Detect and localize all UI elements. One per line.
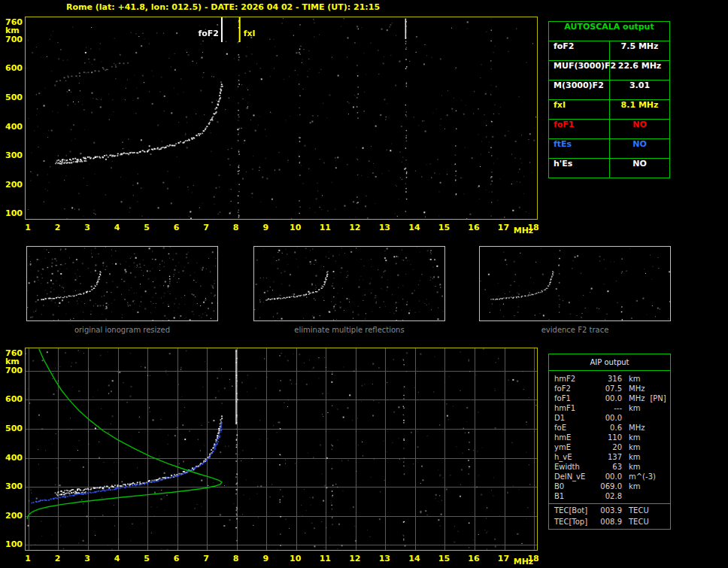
thumbnail-caption-original: original ionogram resized (26, 326, 218, 334)
aip-row-unit: MHz (622, 423, 645, 433)
autoscala-row-value: NO (610, 139, 669, 158)
autoscala-row-label: foF2 (549, 41, 610, 60)
thumbnail-evidence-canvas (480, 247, 670, 320)
y-tick-label: 400 (5, 453, 25, 463)
x-axis-unit-label: MHz (514, 226, 534, 235)
thumbnail-original-canvas (27, 247, 217, 320)
x-tick-label: 16 (468, 554, 479, 563)
autoscala-row-label: h'Es (549, 159, 610, 178)
autoscala-row-label: fxI (549, 100, 610, 119)
x-tick-label: 15 (438, 223, 450, 232)
aip-row-label: Ewidth (549, 462, 596, 472)
x-tick-label: 3 (84, 554, 90, 563)
aip-row-value: 069.0 (596, 481, 622, 491)
aip-row-unit (622, 413, 629, 423)
x-tick-label: 17 (498, 223, 509, 232)
aip-row-value: 02.8 (596, 491, 622, 501)
autoscala-row-value: NO (610, 159, 669, 178)
autoscala-output-screen: { "title": "Rome (lat: +41.8, lon: 012.5… (0, 0, 728, 568)
y-tick-label: 400 (5, 122, 25, 132)
aip-row-unit: TECU (622, 506, 649, 517)
top-ionogram-plot: foF2fxI (25, 17, 538, 220)
aip-row-value: 00.0 (596, 472, 622, 481)
x-tick-label: 8 (233, 223, 239, 232)
thumbnail-caption-eliminate: eliminate multiple reflections (253, 326, 445, 334)
aip-row-label: hmF2 (549, 374, 596, 384)
x-tick-label: 2 (55, 223, 61, 232)
aip-row-label: B1 (549, 491, 596, 501)
x-tick-label: 16 (468, 223, 479, 232)
thumbnail-original-ionogram (26, 246, 218, 321)
top-ionogram-canvas (26, 17, 537, 219)
autoscala-row: MUF(3000)F222.6 MHz (549, 61, 669, 80)
aip-row-value: 0.6 (596, 423, 622, 433)
annotation-foF2: foF2 (198, 29, 219, 38)
autoscala-table-rows: foF27.5 MHzMUF(3000)F222.6 MHzM(3000)F23… (549, 41, 669, 178)
aip-row-value: 110 (596, 433, 622, 442)
aip-row-unit: km (622, 403, 641, 413)
x-tick-label: 10 (290, 223, 301, 232)
autoscala-table-header: AUTOSCALA output (549, 22, 669, 41)
aip-row: ymE20km (549, 442, 670, 452)
x-axis-unit-label: MHz (514, 557, 534, 566)
y-tick-label: 500 (5, 93, 25, 102)
aip-row-value: 20 (596, 442, 622, 452)
y-tick-label: 200 (5, 511, 25, 521)
aip-table-rows: hmF2316kmfoF207.5MHzfoF100.0MHz[PN]hmF1-… (549, 371, 670, 529)
x-tick-label: 9 (262, 223, 268, 232)
aip-row-unit: km (622, 452, 641, 462)
x-tick-label: 3 (84, 223, 90, 232)
aip-row: foF100.0MHz[PN] (549, 393, 670, 403)
autoscala-row: fxI8.1 MHz (549, 100, 669, 120)
aip-row: foE0.6MHz (549, 423, 670, 433)
thumbnail-caption-evidence: evidence F2 trace (479, 326, 671, 334)
aip-row: D100.0 (549, 413, 670, 423)
x-tick-label: 13 (379, 554, 390, 563)
aip-row-unit (622, 491, 629, 501)
autoscala-row-label: M(3000)F2 (549, 80, 610, 99)
aip-row: TEC[Top]008.9TECU (549, 517, 670, 527)
aip-row: hmE110km (549, 433, 670, 442)
x-tick-label: 12 (349, 223, 360, 232)
aip-row-value: 07.5 (596, 384, 622, 393)
y-tick-label: 300 (5, 150, 25, 160)
aip-row: B102.8 (549, 491, 670, 501)
aip-row-label: hmF1 (549, 403, 596, 413)
aip-output-table: AIP output hmF2316kmfoF207.5MHzfoF100.0M… (548, 354, 671, 530)
aip-row: B0069.0km (549, 481, 670, 491)
x-tick-label: 12 (349, 554, 360, 563)
x-tick-label: 14 (408, 554, 420, 563)
bottom-ionogram-canvas (26, 348, 537, 550)
aip-row-unit: km (622, 433, 641, 442)
x-tick-label: 8 (233, 554, 239, 563)
x-tick-label: 5 (144, 223, 150, 232)
aip-row-value: 003.9 (596, 506, 622, 517)
x-tick-label: 6 (174, 223, 180, 232)
aip-row-unit: km (622, 462, 641, 472)
aip-row-label: ymE (549, 442, 596, 452)
aip-row-value: 63 (596, 462, 622, 472)
station-date-time-title: Rome (lat: +41.8, lon: 012.5) - DATE: 20… (66, 2, 380, 12)
autoscala-row-value: NO (610, 120, 669, 138)
aip-row: TEC[Bot]003.9TECU (549, 503, 670, 517)
autoscala-row: M(3000)F23.01 (549, 80, 669, 100)
thumbnail-eliminate-canvas (254, 247, 444, 320)
y-tick-label: 700 (5, 35, 25, 44)
autoscala-row-value: 7.5 MHz (610, 41, 669, 60)
x-tick-label: 6 (174, 554, 180, 563)
y-tick-label: 200 (5, 180, 25, 190)
aip-row-label: h_vE (549, 452, 596, 462)
aip-row-value: 316 (596, 374, 622, 384)
aip-row-label: hmE (549, 433, 596, 442)
x-tick-label: 11 (320, 223, 331, 232)
x-tick-label: 17 (498, 554, 509, 563)
y-axis-unit-label: km (5, 357, 25, 366)
aip-row-value: 00.0 (596, 393, 622, 403)
y-axis-unit-label: km (5, 26, 25, 35)
y-tick-label: 700 (5, 366, 25, 375)
aip-table-header: AIP output (549, 354, 670, 371)
x-tick-label: 10 (290, 554, 301, 563)
x-tick-label: 5 (144, 554, 150, 563)
aip-row-label: TEC[Top] (549, 517, 596, 527)
y-tick-label: 300 (5, 481, 25, 491)
